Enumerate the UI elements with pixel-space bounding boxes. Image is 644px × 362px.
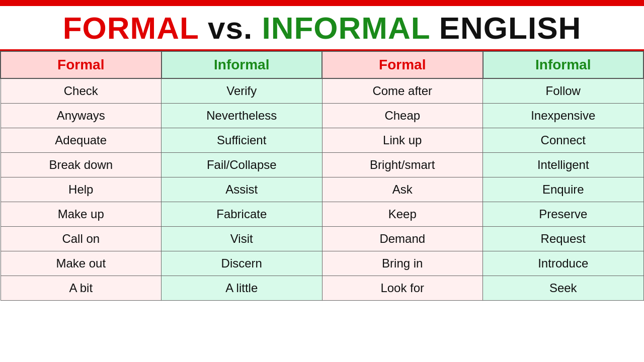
informal-cell-right: Seek [483, 276, 644, 301]
table-row: HelpAssistAskEnquire [1, 177, 643, 202]
header-formal-2: Formal [322, 51, 483, 78]
header-informal-1: Informal [162, 51, 323, 78]
formal-cell-right: Link up [322, 128, 483, 153]
formal-cell-left: Break down [1, 153, 162, 177]
informal-cell-left: Assist [162, 177, 323, 202]
table-container: Formal Informal Formal Informal CheckVer… [0, 51, 644, 301]
table-row: CheckVerifyCome afterFollow [1, 78, 643, 104]
vocabulary-table: Formal Informal Formal Informal CheckVer… [0, 51, 644, 301]
formal-cell-right: Bring in [322, 251, 483, 276]
title-formal: FORMAL [63, 11, 199, 45]
informal-cell-left: A little [162, 276, 323, 301]
page-title: FORMAL vs. INFORMAL ENGLISH [0, 11, 644, 45]
formal-cell-left: Make out [1, 251, 162, 276]
table-row: AnywaysNeverthelessCheapInexpensive [1, 104, 643, 128]
formal-cell-left: Make up [1, 202, 162, 227]
formal-cell-left: Anyways [1, 104, 162, 128]
informal-cell-right: Introduce [483, 251, 644, 276]
title-vs: vs. [199, 11, 262, 45]
informal-cell-left: Nevertheless [162, 104, 323, 128]
informal-cell-right: Request [483, 227, 644, 251]
title-informal: INFORMAL [262, 11, 430, 45]
informal-cell-left: Sufficient [162, 128, 323, 153]
informal-cell-right: Enquire [483, 177, 644, 202]
informal-cell-left: Discern [162, 251, 323, 276]
informal-cell-left: Verify [162, 78, 323, 104]
table-row: A bitA littleLook forSeek [1, 276, 643, 301]
table-row: Break downFail/CollapseBright/smartIntel… [1, 153, 643, 177]
formal-cell-right: Bright/smart [322, 153, 483, 177]
formal-cell-left: Check [1, 78, 162, 104]
informal-cell-right: Inexpensive [483, 104, 644, 128]
formal-cell-left: Adequate [1, 128, 162, 153]
header-informal-2: Informal [483, 51, 644, 78]
formal-cell-left: Call on [1, 227, 162, 251]
formal-cell-right: Keep [322, 202, 483, 227]
informal-cell-right: Connect [483, 128, 644, 153]
table-row: Call onVisitDemandRequest [1, 227, 643, 251]
informal-cell-left: Visit [162, 227, 323, 251]
header-formal-1: Formal [1, 51, 162, 78]
formal-cell-left: A bit [1, 276, 162, 301]
formal-cell-right: Come after [322, 78, 483, 104]
title-area: FORMAL vs. INFORMAL ENGLISH [0, 6, 644, 51]
top-red-bar [0, 0, 644, 6]
informal-cell-left: Fail/Collapse [162, 153, 323, 177]
informal-cell-right: Preserve [483, 202, 644, 227]
informal-cell-left: Fabricate [162, 202, 323, 227]
table-row: Make outDiscernBring inIntroduce [1, 251, 643, 276]
title-english: ENGLISH [430, 11, 581, 45]
table-row: AdequateSufficientLink upConnect [1, 128, 643, 153]
table-row: Make upFabricateKeepPreserve [1, 202, 643, 227]
formal-cell-right: Look for [322, 276, 483, 301]
informal-cell-right: Follow [483, 78, 644, 104]
formal-cell-left: Help [1, 177, 162, 202]
formal-cell-right: Cheap [322, 104, 483, 128]
informal-cell-right: Intelligent [483, 153, 644, 177]
formal-cell-right: Ask [322, 177, 483, 202]
formal-cell-right: Demand [322, 227, 483, 251]
